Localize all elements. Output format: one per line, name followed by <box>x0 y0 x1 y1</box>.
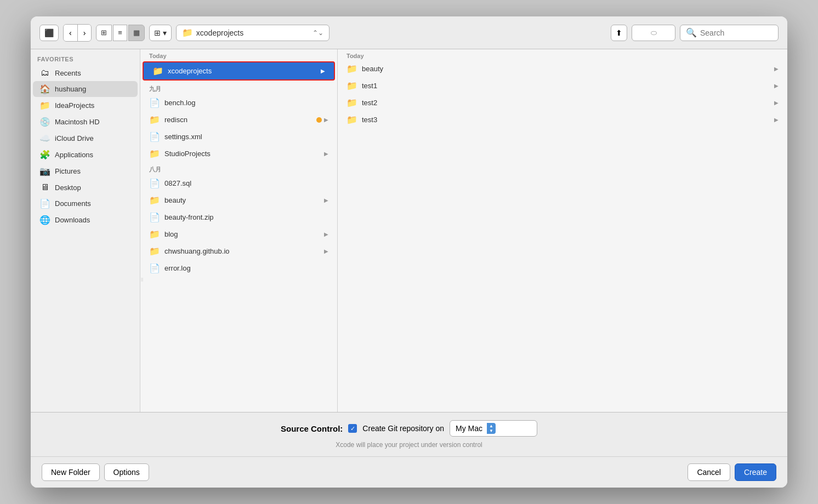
file-name: beauty-front.zip <box>164 213 328 221</box>
desktop-icon: 🖥 <box>39 182 50 192</box>
sidebar-item-label: IdeaProjects <box>55 101 94 110</box>
sidebar-item-hushuang[interactable]: 🏠 hushuang <box>33 81 138 97</box>
file-item-errorlog[interactable]: 📄 error.log <box>140 260 337 277</box>
file-name: xcodeprojects <box>168 67 321 75</box>
file-name: StudioProjects <box>164 150 324 158</box>
disk-icon: 💿 <box>39 117 50 127</box>
chevron-right-icon: ▶ <box>774 100 779 106</box>
file-panels: Today 📁 xcodeprojects ▶ 九月 📄 bench.log 📁… <box>140 49 787 412</box>
file-item-beauty[interactable]: 📁 beauty ▶ <box>140 192 337 209</box>
sidebar-item-label: hushuang <box>55 85 86 93</box>
view-buttons: ⊞ ≡ ▦ <box>96 25 145 41</box>
folder-icon: 📁 <box>346 81 357 91</box>
file-name: test2 <box>362 99 774 107</box>
file-item-xcodeprojects[interactable]: 📁 xcodeprojects ▶ <box>143 61 335 81</box>
new-folder-button[interactable]: New Folder <box>42 463 100 481</box>
file-item-benchlog[interactable]: 📄 bench.log <box>140 94 337 111</box>
cancel-button[interactable]: Cancel <box>688 463 730 481</box>
cloud-icon: ☁️ <box>39 133 50 144</box>
chevron-right-icon: ▶ <box>324 151 328 157</box>
file-name: bench.log <box>164 99 328 107</box>
git-checkbox[interactable]: ✓ <box>348 424 357 433</box>
doc-icon: 📄 <box>149 263 160 273</box>
file-name: beauty <box>164 196 324 204</box>
create-button[interactable]: Create <box>735 463 776 481</box>
folder-icon: 📁 <box>152 66 163 76</box>
sidebar-item-downloads[interactable]: 🌐 Downloads <box>33 212 138 228</box>
file-item-studioprojects[interactable]: 📁 StudioProjects ▶ <box>140 145 337 162</box>
file-name: test3 <box>362 116 774 124</box>
jiuyue-section-header: 九月 <box>140 82 337 94</box>
file-item-beauty-right[interactable]: 📁 beauty ▶ <box>338 60 787 77</box>
chevron-right-icon: ▶ <box>774 66 779 72</box>
sidebar-item-label: Applications <box>55 151 93 159</box>
sidebar-item-ideaprojects[interactable]: 📁 IdeaProjects <box>33 98 138 113</box>
source-control-row: Source Control: ✓ Create Git repository … <box>42 420 776 437</box>
location-bar[interactable]: 📁 xcodeprojects ⌃⌄ <box>176 25 330 41</box>
file-name: settings.xml <box>164 133 328 141</box>
file-item-blog[interactable]: 📁 blog ▶ <box>140 226 337 243</box>
back-button[interactable]: ‹ <box>64 25 78 41</box>
file-item-chwshuanggithubio[interactable]: 📁 chwshuang.github.io ▶ <box>140 243 337 260</box>
applications-icon: 🧩 <box>39 150 50 160</box>
home-icon: 🏠 <box>39 84 50 94</box>
file-name: rediscn <box>164 116 316 124</box>
bottom-bar: Source Control: ✓ Create Git repository … <box>31 412 787 456</box>
folder-icon: 📁 <box>346 98 357 108</box>
sidebar-item-documents[interactable]: 📄 Documents <box>33 196 138 211</box>
file-item-settingsxml[interactable]: 📄 settings.xml <box>140 128 337 145</box>
file-item-test1[interactable]: 📁 test1 ▶ <box>338 77 787 94</box>
file-item-0827sql[interactable]: 📄 0827.sql <box>140 175 337 192</box>
repo-select[interactable]: My Mac ▲▼ <box>450 420 537 437</box>
git-label: Create Git repository on <box>362 424 444 433</box>
sidebar-item-pictures[interactable]: 📷 Pictures <box>33 163 138 179</box>
file-item-rediscn[interactable]: 📁 rediscn ▶ <box>140 111 337 128</box>
sidebar: Favorites 🗂 Recents 🏠 hushuang 📁 IdeaPro… <box>31 49 140 412</box>
sidebar-item-label: Pictures <box>55 167 81 175</box>
folder-icon: 📁 <box>149 229 160 239</box>
sidebar-item-label: iCloud Drive <box>55 134 94 142</box>
folder-icon: 📁 <box>149 195 160 205</box>
file-item-beautyfrontzip[interactable]: 📄 beauty-front.zip <box>140 209 337 226</box>
resize-handle[interactable] <box>140 277 144 282</box>
doc-icon: 📄 <box>149 212 160 222</box>
list-view-button[interactable]: ≡ <box>113 25 127 41</box>
doc-icon: 📄 <box>149 178 160 188</box>
history-button[interactable]: ⬭ <box>632 25 675 41</box>
sidebar-section-title: Favorites <box>31 56 140 65</box>
today-section-header: Today <box>140 49 337 60</box>
sidebar-item-iclouddrive[interactable]: ☁️ iCloud Drive <box>33 130 138 146</box>
sidebar-item-macintoshhd[interactable]: 💿 Macintosh HD <box>33 114 138 130</box>
icon-view-button[interactable]: ⊞ <box>96 25 112 41</box>
downloads-icon: 🌐 <box>39 215 50 225</box>
column-view-button[interactable]: ▦ <box>128 25 145 41</box>
share-button[interactable]: ⬆ <box>611 25 627 41</box>
save-dialog: ⬛ ‹ › ⊞ ≡ ▦ ⊞ ▾ 📁 xcodeprojects ⌃⌄ ⬆ ⬭ 🔍 <box>31 16 787 488</box>
folder-icon: 📁 <box>39 100 50 111</box>
sidebar-item-desktop[interactable]: 🖥 Desktop <box>33 180 138 195</box>
chevron-right-icon: ▶ <box>324 117 328 123</box>
group-sort-button[interactable]: ⊞ ▾ <box>149 25 172 41</box>
search-icon: 🔍 <box>686 27 697 38</box>
search-input[interactable] <box>700 28 772 37</box>
file-name: error.log <box>164 264 328 272</box>
hint-text: Xcode will place your project under vers… <box>42 441 776 449</box>
sidebar-item-label: Macintosh HD <box>55 118 100 126</box>
forward-button[interactable]: › <box>78 25 92 41</box>
folder-icon: 📁 <box>149 148 160 159</box>
sidebar-item-recents[interactable]: 🗂 Recents <box>33 65 138 81</box>
toolbar: ⬛ ‹ › ⊞ ≡ ▦ ⊞ ▾ 📁 xcodeprojects ⌃⌄ ⬆ ⬭ 🔍 <box>31 16 787 49</box>
sidebar-toggle-button[interactable]: ⬛ <box>39 25 59 41</box>
doc-icon: 📄 <box>149 98 160 108</box>
sidebar-item-applications[interactable]: 🧩 Applications <box>33 147 138 163</box>
file-item-test2[interactable]: 📁 test2 ▶ <box>338 94 787 111</box>
doc-icon: 📄 <box>149 131 160 142</box>
folder-icon: 📁 <box>149 114 160 125</box>
bayue-section-header: 八月 <box>140 162 337 175</box>
nav-buttons: ‹ › <box>63 24 92 42</box>
file-item-test3[interactable]: 📁 test3 ▶ <box>338 111 787 128</box>
file-name: 0827.sql <box>164 179 328 187</box>
file-name: chwshuang.github.io <box>164 247 324 255</box>
options-button[interactable]: Options <box>104 463 149 481</box>
source-control-label: Source Control: <box>281 424 343 433</box>
